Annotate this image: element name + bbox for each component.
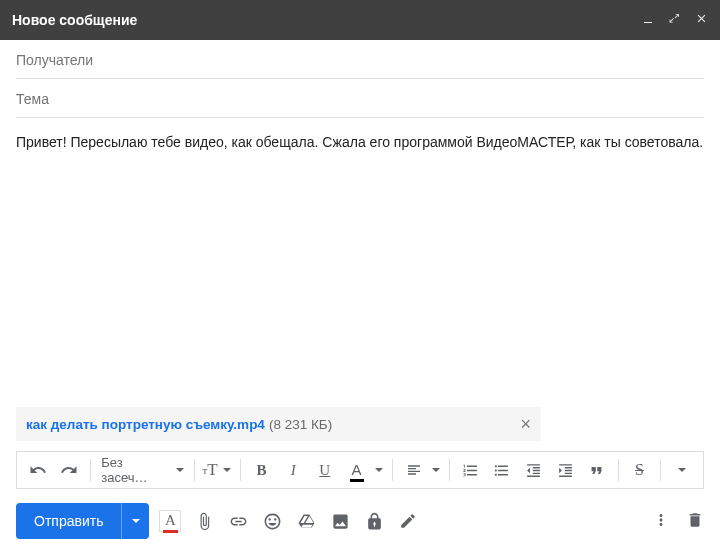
- message-body[interactable]: Привет! Пересылаю тебе видео, как обещал…: [0, 118, 720, 407]
- separator: [392, 459, 393, 481]
- svg-rect-0: [644, 22, 652, 23]
- numbered-list-button[interactable]: [456, 455, 486, 485]
- toggle-formatting-button[interactable]: A: [159, 510, 181, 532]
- insert-drive-button[interactable]: [295, 510, 317, 532]
- discard-draft-button[interactable]: [686, 511, 704, 532]
- indent-decrease-button[interactable]: [519, 455, 549, 485]
- send-button[interactable]: Отправить: [16, 503, 121, 539]
- underline-button[interactable]: U: [310, 455, 340, 485]
- attachment-chip[interactable]: как делать портретную съемку.mp4 (8 231 …: [16, 407, 541, 441]
- chevron-down-icon: [678, 468, 686, 472]
- chevron-down-icon: [223, 468, 231, 472]
- compose-window: Новое сообщение Получатели Тема Привет! …: [0, 0, 720, 553]
- more-options-button[interactable]: [652, 511, 670, 532]
- bold-button[interactable]: B: [247, 455, 277, 485]
- bottom-bar: Отправить A: [0, 495, 720, 553]
- body-text: Привет! Пересылаю тебе видео, как обещал…: [16, 134, 703, 150]
- separator: [194, 459, 195, 481]
- formatting-toolbar: Без засеч… тТ B I U A: [16, 451, 704, 489]
- indent-increase-button[interactable]: [550, 455, 580, 485]
- chevron-down-icon: [432, 468, 440, 472]
- chevron-down-icon: [176, 468, 184, 472]
- redo-button[interactable]: [55, 455, 85, 485]
- separator: [660, 459, 661, 481]
- italic-button[interactable]: I: [278, 455, 308, 485]
- titlebar: Новое сообщение: [0, 0, 720, 40]
- insert-link-button[interactable]: [227, 510, 249, 532]
- insert-signature-button[interactable]: [397, 510, 419, 532]
- send-options-button[interactable]: [121, 503, 149, 539]
- insert-photo-button[interactable]: [329, 510, 351, 532]
- separator: [90, 459, 91, 481]
- quote-button[interactable]: [582, 455, 612, 485]
- font-family-select[interactable]: Без засеч…: [97, 455, 187, 485]
- attachment-filename: как делать портретную съемку.mp4: [26, 417, 265, 432]
- undo-button[interactable]: [23, 455, 53, 485]
- header-fields: Получатели Тема: [0, 40, 720, 118]
- more-formatting-button[interactable]: [667, 455, 697, 485]
- chevron-down-icon: [375, 468, 383, 472]
- attach-file-button[interactable]: [193, 510, 215, 532]
- close-icon[interactable]: [695, 12, 708, 28]
- minimize-icon[interactable]: [642, 12, 654, 28]
- font-size-select[interactable]: тТ: [201, 455, 234, 485]
- send-button-group: Отправить: [16, 503, 149, 539]
- chevron-down-icon: [132, 519, 140, 523]
- bulleted-list-button[interactable]: [487, 455, 517, 485]
- text-color-select[interactable]: A: [342, 455, 386, 485]
- confidential-mode-button[interactable]: [363, 510, 385, 532]
- separator: [449, 459, 450, 481]
- font-family-label: Без засеч…: [101, 455, 171, 485]
- separator: [618, 459, 619, 481]
- attachment-remove-icon[interactable]: ×: [520, 414, 531, 435]
- align-select[interactable]: [399, 455, 443, 485]
- attachment-size: (8 231 КБ): [269, 417, 332, 432]
- popout-icon[interactable]: [668, 12, 681, 28]
- recipients-field[interactable]: Получатели: [16, 40, 704, 79]
- insert-emoji-button[interactable]: [261, 510, 283, 532]
- separator: [240, 459, 241, 481]
- subject-field[interactable]: Тема: [16, 79, 704, 118]
- window-title: Новое сообщение: [12, 12, 642, 28]
- strikethrough-button[interactable]: S: [625, 455, 655, 485]
